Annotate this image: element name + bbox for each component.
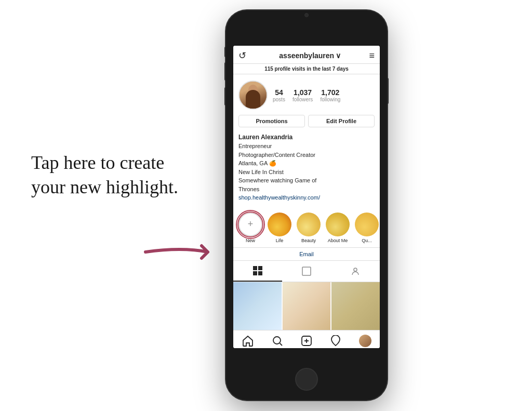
bio-name: Lauren Alexandria bbox=[238, 132, 375, 142]
following-count: 1,702 bbox=[320, 88, 340, 97]
svg-rect-4 bbox=[302, 267, 311, 275]
tab-tagged[interactable] bbox=[282, 261, 331, 282]
back-icon[interactable]: ↺ bbox=[238, 50, 251, 61]
svg-line-7 bbox=[280, 343, 282, 346]
email-link[interactable]: Email bbox=[233, 248, 380, 261]
username-header[interactable]: asseenbylauren ∨ bbox=[279, 51, 341, 60]
bio-activity-line1: Somewhere watching Game of bbox=[238, 176, 375, 185]
highlight-life-circle[interactable] bbox=[268, 213, 291, 236]
mute-button bbox=[224, 47, 226, 57]
new-highlight-circle[interactable]: + bbox=[238, 213, 262, 236]
posts-label: posts bbox=[273, 97, 285, 102]
new-highlight-wrapper: + bbox=[238, 213, 262, 236]
bottom-navigation bbox=[233, 330, 380, 348]
followers-label: followers bbox=[292, 97, 313, 102]
tab-grid[interactable] bbox=[233, 261, 282, 282]
profile-top-row: 54 posts 1,037 followers 1,702 following bbox=[238, 81, 375, 110]
bio-title: Entrepreneur bbox=[238, 142, 375, 151]
front-camera bbox=[304, 13, 309, 17]
posts-count: 54 bbox=[273, 88, 285, 97]
svg-point-5 bbox=[354, 268, 357, 271]
svg-rect-1 bbox=[258, 266, 262, 270]
bio-location: Atlanta, GA 🍊 bbox=[238, 159, 375, 168]
bottom-nav-home[interactable] bbox=[233, 335, 262, 347]
menu-icon[interactable]: ≡ bbox=[369, 50, 375, 61]
following-stat[interactable]: 1,702 following bbox=[320, 88, 340, 102]
photo-grid bbox=[233, 282, 380, 330]
following-label: following bbox=[320, 97, 340, 102]
highlight-beauty-label: Beauty bbox=[301, 238, 316, 243]
profile-stats: 54 posts 1,037 followers 1,702 following bbox=[273, 88, 375, 102]
bio-activity-line2: Thrones bbox=[238, 185, 375, 194]
bio-occupation: Photographer/Content Creator bbox=[238, 151, 375, 160]
bottom-nav-activity[interactable] bbox=[321, 335, 350, 347]
volume-down-button bbox=[224, 87, 226, 105]
arrow-indicator bbox=[140, 236, 223, 268]
followers-count: 1,037 bbox=[292, 88, 313, 97]
visit-text: profile visits in the last 7 days bbox=[275, 66, 349, 72]
followers-stat[interactable]: 1,037 followers bbox=[292, 88, 313, 102]
highlights-row: + New Life Beauty Abou bbox=[233, 208, 380, 248]
highlight-aboutme-item[interactable]: About Me bbox=[326, 213, 350, 243]
highlight-partial-circle[interactable] bbox=[355, 213, 379, 236]
highlight-beauty-item[interactable]: Beauty bbox=[297, 213, 321, 243]
highlight-partial-label: Qu... bbox=[362, 238, 372, 243]
phone-device: ↺ asseenbylauren ∨ ≡ 115 profile visits … bbox=[226, 10, 387, 400]
highlight-life-label: Life bbox=[276, 238, 284, 243]
highlight-new-label: New bbox=[246, 238, 255, 243]
profile-header: 54 posts 1,037 followers 1,702 following bbox=[233, 74, 380, 208]
highlight-partial-item[interactable]: Qu... bbox=[355, 213, 379, 243]
profile-avatar-icon bbox=[359, 335, 371, 347]
instagram-topnav: ↺ asseenbylauren ∨ ≡ bbox=[233, 46, 380, 64]
volume-up-button bbox=[224, 62, 226, 81]
highlight-beauty-circle[interactable] bbox=[297, 213, 321, 236]
highlight-aboutme-circle[interactable] bbox=[326, 213, 350, 236]
profile-visits-banner: 115 profile visits in the last 7 days bbox=[233, 64, 380, 74]
svg-point-6 bbox=[273, 337, 281, 344]
tab-profile[interactable] bbox=[331, 261, 380, 282]
bottom-nav-search[interactable] bbox=[262, 335, 291, 347]
home-button[interactable] bbox=[295, 368, 318, 391]
highlight-new-item[interactable]: + New bbox=[238, 213, 262, 243]
grid-item-2[interactable] bbox=[283, 282, 331, 330]
bio-link[interactable]: shop.healthywealthyskinny.com/ bbox=[238, 193, 375, 202]
highlight-life-item[interactable]: Life bbox=[268, 213, 291, 243]
visit-count: 115 bbox=[264, 66, 273, 72]
profile-bio: Lauren Alexandria Entrepreneur Photograp… bbox=[238, 132, 375, 202]
bio-faith: New Life In Christ bbox=[238, 168, 375, 177]
grid-item-3[interactable] bbox=[331, 282, 380, 330]
svg-rect-3 bbox=[258, 271, 262, 275]
instruction-text: Tap here to create your new highlight. bbox=[31, 151, 197, 200]
profile-action-buttons: Promotions Edit Profile bbox=[238, 115, 375, 127]
profile-tabs bbox=[233, 261, 380, 282]
svg-rect-0 bbox=[253, 266, 257, 270]
posts-stat[interactable]: 54 posts bbox=[273, 88, 285, 102]
bottom-nav-profile[interactable] bbox=[351, 335, 380, 347]
avatar[interactable] bbox=[238, 81, 268, 110]
power-button bbox=[387, 78, 389, 104]
bottom-nav-add[interactable] bbox=[292, 335, 321, 347]
edit-profile-button[interactable]: Edit Profile bbox=[308, 115, 375, 127]
phone-screen: ↺ asseenbylauren ∨ ≡ 115 profile visits … bbox=[233, 46, 380, 348]
svg-rect-2 bbox=[253, 271, 257, 275]
highlight-aboutme-label: About Me bbox=[328, 238, 348, 243]
promotions-button[interactable]: Promotions bbox=[238, 115, 305, 127]
username-text: asseenbylauren bbox=[279, 51, 334, 60]
grid-item-1[interactable] bbox=[233, 282, 282, 330]
instagram-app: ↺ asseenbylauren ∨ ≡ 115 profile visits … bbox=[233, 46, 380, 348]
instruction-heading: Tap here to create your new highlight. bbox=[31, 151, 197, 200]
chevron-down-icon: ∨ bbox=[336, 51, 341, 60]
